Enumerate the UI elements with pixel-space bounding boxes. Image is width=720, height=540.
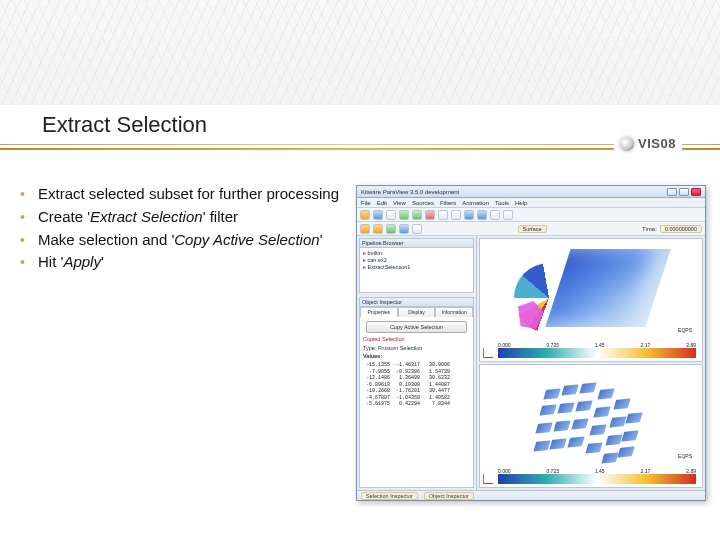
extracted-cell bbox=[593, 406, 610, 417]
bullet-text: Hit 'Apply' bbox=[38, 253, 340, 272]
color-legend bbox=[498, 474, 696, 484]
extracted-cell bbox=[579, 382, 596, 393]
extracted-cell bbox=[621, 430, 638, 441]
extracted-cell bbox=[539, 404, 556, 415]
extracted-cell bbox=[571, 418, 588, 429]
object-inspector-panel: Object Inspector PropertiesDisplayInform… bbox=[359, 297, 474, 488]
tool-icon[interactable] bbox=[464, 210, 474, 220]
extracted-cell bbox=[617, 446, 634, 457]
copy-active-selection-button[interactable]: Copy Active Selection bbox=[366, 321, 468, 333]
pipeline-browser-panel: Pipeline Browser builtin:can.ex2ExtractS… bbox=[359, 238, 474, 293]
tool-icon[interactable] bbox=[503, 210, 513, 220]
menu-sources[interactable]: Sources bbox=[412, 200, 434, 206]
object-inspector-title: Object Inspector bbox=[360, 298, 473, 307]
values-label: Values: bbox=[363, 353, 470, 359]
extracted-cell bbox=[625, 412, 642, 423]
extracted-cell bbox=[549, 438, 566, 449]
tool-icon[interactable] bbox=[490, 210, 500, 220]
extracted-cell bbox=[561, 384, 578, 395]
time-field[interactable]: 0.000000000 bbox=[660, 225, 702, 233]
tool-icon[interactable] bbox=[386, 224, 396, 234]
bullet-text: Make selection and 'Copy Active Selectio… bbox=[38, 231, 340, 250]
logo-sphere-icon bbox=[620, 137, 634, 151]
status-object-inspector[interactable]: Object Inspector bbox=[424, 492, 474, 500]
menu-view[interactable]: View bbox=[393, 200, 406, 206]
bullet-dot-icon: • bbox=[20, 253, 38, 272]
redo-icon[interactable] bbox=[412, 210, 422, 220]
selection-type-label: Type: Frustum Selection bbox=[363, 345, 470, 351]
axis-gizmo-icon bbox=[483, 470, 497, 484]
menu-filters[interactable]: Filters bbox=[440, 200, 456, 206]
extracted-cell bbox=[543, 388, 560, 399]
tool-icon[interactable] bbox=[451, 210, 461, 220]
menu-file[interactable]: File bbox=[361, 200, 371, 206]
extracted-cell bbox=[585, 442, 602, 453]
extracted-cell bbox=[575, 400, 592, 411]
tool-icon[interactable] bbox=[399, 224, 409, 234]
conference-logo: VIS08 bbox=[614, 136, 682, 151]
bullet-list: •Extract selected subset for further pro… bbox=[20, 185, 340, 276]
menu-tools[interactable]: Tools bbox=[495, 200, 509, 206]
extracted-cell bbox=[567, 436, 584, 447]
copied-selection-label: Copied Selection bbox=[363, 336, 470, 342]
connect-icon[interactable] bbox=[386, 210, 396, 220]
tool-icon[interactable] bbox=[477, 210, 487, 220]
window-minimize-icon[interactable] bbox=[667, 188, 677, 196]
extracted-cell bbox=[613, 398, 630, 409]
app-screenshot: Kitware ParaView 3.5.0 development FileE… bbox=[356, 185, 706, 501]
menu-help[interactable]: Help bbox=[515, 200, 527, 206]
window-close-icon[interactable] bbox=[691, 188, 701, 196]
bullet-text: Extract selected subset for further proc… bbox=[38, 185, 340, 204]
render-view-top[interactable]: EQPS 0.0000.7251.452.172.89 bbox=[479, 238, 703, 362]
save-icon[interactable] bbox=[373, 210, 383, 220]
extracted-cell bbox=[533, 440, 550, 451]
values-table: -15.1355 -1.46317 30.9006 1 -7.9055 -0.9… bbox=[363, 362, 470, 408]
pipeline-browser-title: Pipeline Browser bbox=[360, 239, 473, 248]
extracted-cell bbox=[605, 434, 622, 445]
tool-icon[interactable] bbox=[373, 224, 383, 234]
tool-icon[interactable] bbox=[360, 224, 370, 234]
bullet-dot-icon: • bbox=[20, 231, 38, 250]
time-label: Time: bbox=[642, 226, 657, 232]
menu-bar: FileEditViewSourcesFiltersAnimationTools… bbox=[357, 198, 705, 208]
window-title: Kitware ParaView 3.5.0 development bbox=[361, 189, 459, 195]
extracted-cell bbox=[601, 452, 618, 463]
slide-title: Extract Selection bbox=[42, 112, 207, 138]
tool-icon[interactable] bbox=[438, 210, 448, 220]
logo-text: VIS08 bbox=[638, 136, 676, 151]
status-selection-inspector[interactable]: Selection Inspector bbox=[361, 492, 418, 500]
menu-animation[interactable]: Animation bbox=[462, 200, 489, 206]
color-legend bbox=[498, 348, 696, 358]
bullet-item: •Hit 'Apply' bbox=[20, 253, 340, 272]
toolbar-secondary: Surface Time: 0.000000000 bbox=[357, 222, 705, 236]
undo-icon[interactable] bbox=[399, 210, 409, 220]
render-view-bottom[interactable]: EQPS 0.0000.7231.452.172.89 bbox=[479, 364, 703, 488]
pipeline-item[interactable]: can.ex2 bbox=[363, 257, 470, 264]
pipeline-item[interactable]: builtin: bbox=[363, 250, 470, 257]
bullet-dot-icon: • bbox=[20, 208, 38, 227]
pipeline-item[interactable]: ExtractSelection1 bbox=[363, 264, 470, 271]
tab-display[interactable]: Display bbox=[398, 307, 436, 317]
toolbar-main bbox=[357, 208, 705, 222]
extracted-cell bbox=[597, 388, 614, 399]
extracted-cell bbox=[553, 420, 570, 431]
extracted-cell bbox=[535, 422, 552, 433]
bullet-text: Create 'Extract Selection' filter bbox=[38, 208, 340, 227]
menu-edit[interactable]: Edit bbox=[377, 200, 387, 206]
help-icon[interactable] bbox=[425, 210, 435, 220]
open-icon[interactable] bbox=[360, 210, 370, 220]
axis-gizmo-icon bbox=[483, 344, 497, 358]
slide-banner bbox=[0, 0, 720, 105]
tool-icon[interactable] bbox=[412, 224, 422, 234]
tab-properties[interactable]: Properties bbox=[360, 307, 398, 317]
bullet-item: •Create 'Extract Selection' filter bbox=[20, 208, 340, 227]
extracted-cell bbox=[557, 402, 574, 413]
representation-select[interactable]: Surface bbox=[518, 225, 547, 233]
title-rule bbox=[0, 144, 720, 154]
window-maximize-icon[interactable] bbox=[679, 188, 689, 196]
bullet-dot-icon: • bbox=[20, 185, 38, 204]
tab-information[interactable]: Information bbox=[435, 307, 473, 317]
status-bar: Selection Inspector Object Inspector bbox=[357, 490, 705, 500]
window-titlebar: Kitware ParaView 3.5.0 development bbox=[357, 186, 705, 198]
extracted-cell bbox=[609, 416, 626, 427]
